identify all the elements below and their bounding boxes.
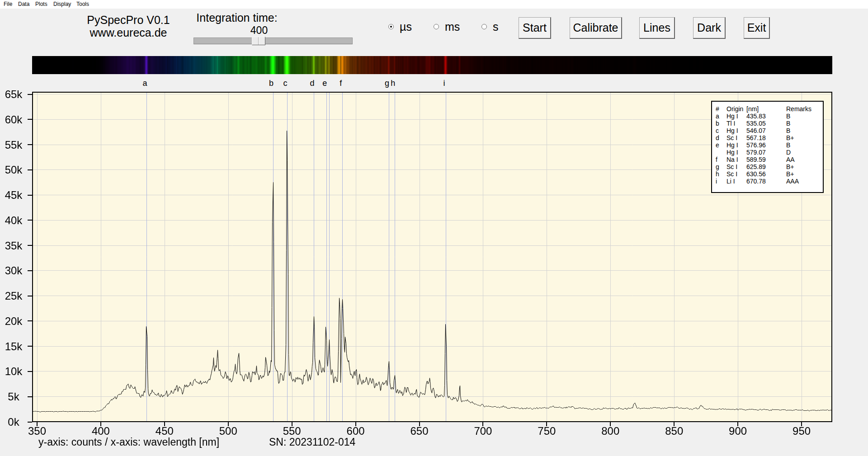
unit-radio-s[interactable] [481, 24, 487, 29]
y-tick-mark [28, 245, 32, 246]
exit-button[interactable]: Exit [744, 17, 770, 39]
legend-row-g-col1: Sc I [726, 163, 737, 170]
x-tick-label: 900 [720, 425, 756, 437]
legend-row-e2-col1: Hg I [726, 149, 738, 156]
legend-row-h: hSc I630.56B+ [712, 170, 823, 178]
dark-button[interactable]: Dark [693, 17, 726, 39]
menu-item-data[interactable]: Data [18, 0, 29, 8]
y-tick-mark [28, 422, 32, 423]
legend-header-row-col2: [nm] [746, 105, 759, 113]
y-tick-label: 45k [0, 189, 27, 202]
legend-row-d: dSc I567.18B+ [712, 134, 823, 141]
legend-row-a-col3: B [786, 113, 790, 120]
legend-row-c: cHg I546.07B [712, 127, 823, 134]
axes-caption: y-axis: counts / x-axis: wavelength [nm] [38, 436, 219, 448]
y-tick-label: 60k [0, 113, 27, 126]
y-tick-label: 5k [0, 390, 27, 403]
x-tick-label: 800 [592, 425, 628, 437]
unit-radio-label-ms[interactable]: ms [445, 20, 460, 33]
y-tick-mark [28, 169, 32, 170]
menu-item-display[interactable]: Display [53, 0, 71, 8]
menu-bar: FileDataPlotsDisplayTools [0, 0, 868, 9]
legend-row-g-col3: B+ [786, 163, 794, 170]
legend-row-a-col2: 435.83 [746, 113, 766, 120]
x-tick-label: 750 [528, 425, 565, 437]
legend-row-e: eHg I576.96B [712, 141, 823, 149]
y-tick-mark [28, 94, 32, 95]
calibration-line-legend: #Origin[nm]RemarksaHg I435.83BbTl I535.0… [711, 101, 824, 193]
legend-row-d-col3: B+ [786, 134, 794, 141]
y-tick-label: 50k [0, 164, 27, 176]
legend-row-i-col0: i [716, 178, 717, 185]
y-tick-mark [28, 195, 32, 196]
start-button[interactable]: Start [519, 17, 551, 39]
x-tick-label: 950 [783, 425, 820, 437]
legend-row-g: gSc I625.89B+ [712, 163, 823, 170]
legend-row-i-col1: Li I [726, 178, 735, 185]
legend-header-row-col0: # [716, 105, 719, 113]
legend-row-e2-col2: 579.07 [746, 149, 766, 156]
legend-row-e2-col3: D [786, 149, 791, 156]
legend-row-d-col0: d [716, 134, 719, 141]
legend-row-b-col2: 535.05 [746, 120, 766, 127]
y-tick-mark [28, 270, 32, 271]
slider-handle[interactable] [252, 37, 265, 45]
unit-radio-label-us[interactable]: µs [400, 20, 412, 33]
legend-row-h-col1: Sc I [726, 170, 737, 178]
strip-letter-h: h [391, 79, 395, 87]
legend-row-g-col0: g [716, 163, 719, 170]
slider-handle-groove [258, 37, 259, 45]
menu-item-plots[interactable]: Plots [35, 0, 47, 8]
legend-row-e2: Hg I579.07D [712, 149, 823, 156]
legend-row-h-col3: B+ [786, 170, 794, 178]
y-tick-label: 55k [0, 139, 27, 151]
legend-row-f-col0: f [716, 156, 717, 163]
lines-button[interactable]: Lines [639, 17, 675, 39]
legend-row-e-col1: Hg I [726, 141, 738, 149]
legend-row-a-col1: Hg I [726, 113, 738, 120]
unit-radio-label-s[interactable]: s [493, 20, 499, 33]
integration-time-value: 400 [236, 24, 282, 37]
x-tick-label: 600 [338, 425, 374, 437]
integration-time-slider[interactable] [193, 38, 353, 44]
y-tick-mark [28, 220, 32, 221]
legend-row-e-col2: 576.96 [746, 141, 766, 149]
strip-letter-b: b [269, 79, 274, 87]
x-tick-label: 850 [656, 425, 692, 437]
legend-row-f-col3: AA [786, 156, 795, 163]
unit-radio-us[interactable] [388, 24, 394, 29]
x-tick-label: 550 [274, 425, 310, 437]
strip-letter-f: f [340, 79, 342, 87]
integration-time-label: Integration time: [169, 11, 305, 24]
legend-row-c-col2: 546.07 [746, 127, 766, 134]
legend-row-b-col3: B [786, 120, 790, 127]
y-tick-mark [28, 296, 32, 296]
y-tick-mark [28, 346, 32, 347]
legend-header-row: #Origin[nm]Remarks [712, 105, 823, 113]
menu-item-file[interactable]: File [4, 0, 12, 8]
y-tick-mark [28, 320, 32, 321]
unit-radio-ms[interactable] [434, 24, 439, 29]
y-tick-mark [28, 396, 32, 397]
y-tick-mark [28, 371, 32, 372]
x-tick-label: 700 [465, 425, 501, 437]
strip-letter-i: i [443, 79, 445, 87]
calibrate-button[interactable]: Calibrate [570, 17, 622, 39]
legend-row-i: iLi I670.78AAA [712, 178, 823, 185]
y-tick-label: 15k [0, 340, 27, 353]
menu-item-tools[interactable]: Tools [76, 0, 89, 8]
legend-row-h-col2: 630.56 [746, 170, 766, 178]
strip-letter-a: a [142, 79, 147, 87]
y-tick-label: 0k [0, 416, 27, 428]
y-tick-mark [28, 144, 32, 145]
x-tick-label: 400 [83, 425, 119, 437]
y-tick-label: 20k [0, 315, 27, 328]
legend-row-c-col0: c [716, 127, 719, 134]
legend-row-f-col1: Na I [726, 156, 738, 163]
legend-header-row-col1: Origin [726, 105, 743, 113]
legend-row-i-col3: AAA [786, 178, 799, 185]
y-tick-label: 40k [0, 214, 27, 227]
legend-row-b: bTl I535.05B [712, 120, 823, 127]
legend-row-f-col2: 589.59 [746, 156, 766, 163]
x-tick-label: 450 [146, 425, 183, 437]
